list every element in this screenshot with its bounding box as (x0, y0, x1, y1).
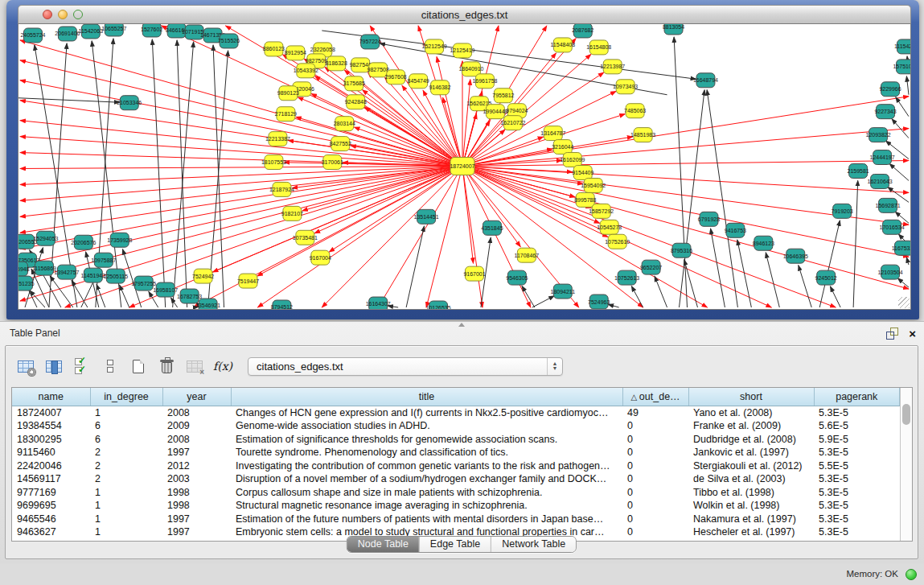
table-row[interactable]: 911546021997Tourette syndrome. Phenomeno… (12, 446, 900, 459)
graph-edge[interactable] (298, 97, 462, 167)
table-row[interactable]: 977716911998Corpus callosum shape and si… (12, 486, 900, 500)
graph-edge[interactable] (406, 226, 424, 307)
graph-node-label: 9167001 (463, 271, 485, 277)
graph-edge[interactable] (20, 137, 462, 167)
resize-grip[interactable] (898, 297, 910, 308)
network-canvas[interactable]: 1872400724055724206914061154206310655257… (18, 24, 911, 310)
graph-edge[interactable] (72, 280, 88, 307)
graph-node-label: 11542063 (79, 28, 104, 34)
graph-edge[interactable] (522, 286, 535, 307)
table-row[interactable]: 946554611997Estimation of the future num… (12, 513, 900, 526)
graph-edge[interactable] (737, 240, 752, 307)
graph-edge[interactable] (20, 167, 462, 169)
graph-node-label: 12103504 (878, 270, 903, 275)
table-row[interactable]: 969969511998Structural magnetic resonanc… (12, 499, 900, 513)
graph-edge[interactable] (889, 163, 909, 180)
network-graph[interactable]: 1872400724055724206914061154206310655257… (18, 24, 910, 309)
row-height-icon[interactable] (100, 356, 121, 377)
zoom-window-button[interactable] (73, 10, 83, 19)
graph-edge[interactable] (462, 80, 470, 167)
function-builder-icon[interactable]: f(x) (212, 356, 233, 377)
graph-edge[interactable] (462, 97, 909, 167)
memory-status-label: Memory: OK (846, 569, 898, 579)
column-header-short[interactable]: short (688, 388, 814, 406)
minimize-window-button[interactable] (58, 10, 68, 19)
table-row[interactable]: 2242004622012Investigating the contribut… (12, 459, 900, 473)
graph-node-label: 12505115 (104, 274, 129, 279)
graph-edge[interactable] (170, 298, 177, 307)
graph-edge[interactable] (302, 167, 462, 211)
close-panel-icon[interactable]: × (909, 328, 916, 340)
graph-node-label: 9229966 (879, 86, 901, 92)
column-header-year[interactable]: year (162, 388, 231, 406)
table-scrollbar[interactable] (900, 388, 912, 541)
graph-edge[interactable] (20, 40, 462, 167)
graph-edge[interactable] (906, 257, 909, 265)
graph-edge[interactable] (208, 51, 228, 307)
graph-edge[interactable] (462, 167, 836, 308)
graph-edge[interactable] (631, 286, 643, 307)
graph-edge[interactable] (853, 180, 858, 307)
trash-icon[interactable] (156, 356, 177, 377)
graph-edge[interactable] (462, 161, 909, 167)
graph-edge[interactable] (462, 114, 625, 167)
table-row[interactable]: 1456911722003Disruption of a novel membe… (12, 472, 900, 486)
graph-edge[interactable] (766, 253, 779, 307)
graph-node-label: 15212549 (422, 43, 447, 49)
graph-edge[interactable] (608, 304, 618, 307)
graph-node-label: 18640910 (458, 66, 483, 72)
graph-edge[interactable] (20, 167, 462, 233)
graph-node-label: 12213387 (265, 136, 290, 142)
table-selector-dropdown[interactable]: citations_edges.txt ▲▼ (248, 357, 563, 376)
graph-edge[interactable] (18, 98, 120, 102)
graph-edge[interactable] (906, 76, 909, 95)
graph-edge[interactable] (20, 167, 462, 266)
tab-network-table[interactable]: Network Table (491, 537, 576, 552)
splitter-handle[interactable] (458, 323, 465, 327)
graph-edge[interactable] (462, 137, 633, 167)
graph-node-label: 8454749 (408, 78, 429, 84)
graph-edge[interactable] (532, 296, 554, 307)
graph-node-label: 9890123 (277, 90, 299, 96)
float-panel-icon[interactable] (886, 328, 898, 340)
memory-status-indicator[interactable] (906, 569, 917, 580)
graph-node-label: 11708467 (515, 253, 540, 258)
graph-edge[interactable] (830, 286, 840, 307)
column-visibility-icon[interactable] (43, 356, 64, 377)
column-header-name[interactable]: name (12, 388, 90, 406)
graph-node-label: 10973493 (613, 84, 638, 89)
graph-node-label: 9242848 (345, 99, 367, 105)
table-row[interactable]: 1872400712008Changes of HCN gene express… (12, 406, 900, 419)
graph-edge[interactable] (462, 167, 474, 264)
graph-edge[interactable] (20, 167, 462, 185)
tab-node-table[interactable]: Node Table (347, 537, 419, 552)
graph-edge[interactable] (711, 229, 725, 307)
select-functions-icon[interactable]: ✓ ✓ (72, 356, 92, 377)
graph-edge[interactable] (20, 101, 462, 167)
graph-edge[interactable] (20, 80, 462, 167)
graph-node-label: 17957255 (131, 281, 156, 286)
graph-node-label: 12444197 (870, 154, 895, 160)
graph-node-label: 10646395 (783, 253, 808, 259)
table-row[interactable]: 1938455462009Genome-wide association stu… (12, 419, 900, 433)
close-window-button[interactable] (43, 10, 52, 19)
graph-node-label: 7955812 (492, 93, 514, 98)
column-header-pagerank[interactable]: pagerank (814, 388, 900, 406)
table-mode-icon[interactable] (15, 356, 36, 377)
scrollbar-thumb[interactable] (902, 404, 910, 425)
column-header-title[interactable]: title (231, 388, 622, 406)
graph-edge[interactable] (378, 167, 462, 308)
graph-edge[interactable] (50, 276, 73, 307)
column-header-out_degree[interactable]: △ out_de… (622, 388, 688, 406)
graph-edge[interactable] (799, 266, 811, 307)
column-header-in_degree[interactable]: in_degree (90, 388, 162, 406)
graph-edge[interactable] (896, 97, 909, 117)
network-window-titlebar[interactable]: citations_edges.txt (18, 5, 911, 24)
graph-edge[interactable] (819, 220, 840, 307)
new-column-icon[interactable] (128, 356, 149, 377)
graph-edge[interactable] (173, 42, 194, 307)
delete-table-icon[interactable]: × (184, 356, 205, 377)
graph-edge[interactable] (462, 129, 909, 167)
tab-edge-table[interactable]: Edge Table (419, 537, 491, 552)
table-row[interactable]: 1830029562008Estimation of significance … (12, 433, 900, 447)
